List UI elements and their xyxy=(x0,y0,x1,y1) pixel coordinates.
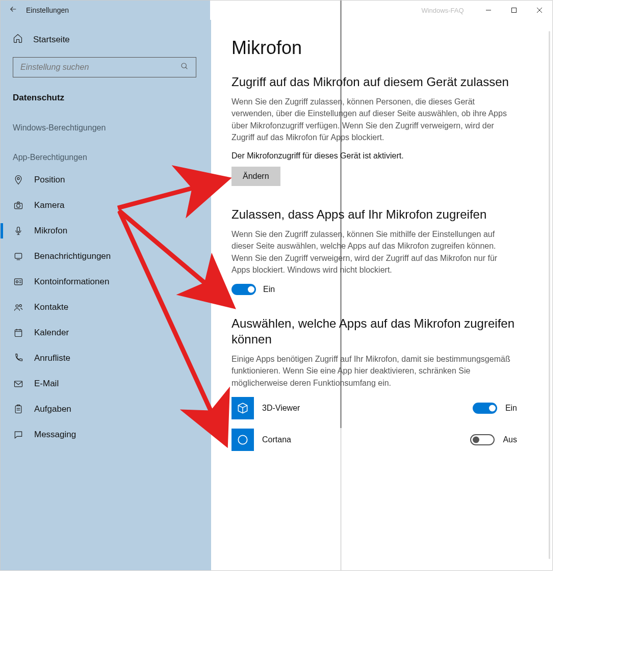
sidebar-nav: Position Kamera Mikrofon Benachrichtigun… xyxy=(1,167,211,447)
microphone-icon xyxy=(13,225,24,236)
sidebar-item-position[interactable]: Position xyxy=(1,167,211,193)
notifications-icon xyxy=(13,251,24,262)
sidebar-item-label: Position xyxy=(34,175,65,185)
contacts-icon xyxy=(13,302,24,313)
sidebar-item-kontakte[interactable]: Kontakte xyxy=(1,295,211,320)
svg-point-8 xyxy=(17,204,20,208)
svg-point-14 xyxy=(19,305,21,307)
maximize-button[interactable] xyxy=(501,1,527,20)
sidebar-group-windows-permissions: Windows-Berechtigungen xyxy=(1,108,211,138)
tasks-icon xyxy=(13,404,24,415)
section3-body: Einige Apps benötigen Zugriff auf Ihr Mi… xyxy=(231,353,517,389)
svg-line-2 xyxy=(537,8,542,13)
sidebar-item-label: Kontakte xyxy=(34,302,68,312)
sidebar-home-label: Startseite xyxy=(33,35,70,45)
section1-status: Der Mikrofonzugriff für dieses Gerät ist… xyxy=(231,151,533,161)
sidebar-item-kontoinformationen[interactable]: Kontoinformationen xyxy=(1,269,211,295)
sidebar-group-app-permissions: App-Berechtigungen xyxy=(1,138,211,167)
sidebar-item-benachrichtigungen[interactable]: Benachrichtigungen xyxy=(1,244,211,269)
titlebar: Einstellungen Windows-FAQ xyxy=(1,1,552,20)
sidebar-item-anrufliste[interactable]: Anrufliste xyxy=(1,345,211,371)
app-toggle-label: Aus xyxy=(503,435,517,444)
sidebar: Startseite Datenschutz Windows-Berechtig… xyxy=(1,20,211,570)
svg-point-4 xyxy=(182,63,186,68)
app-toggle-cortana[interactable] xyxy=(470,434,495,445)
page-title: Mikrofon xyxy=(231,37,533,59)
sidebar-item-label: Mikrofon xyxy=(34,226,67,236)
call-history-icon xyxy=(13,353,24,364)
search-box[interactable] xyxy=(13,57,196,77)
location-icon xyxy=(13,174,24,185)
sidebar-item-aufgaben[interactable]: Aufgaben xyxy=(1,396,211,422)
sidebar-item-label: Benachrichtigungen xyxy=(34,251,111,261)
app-toggle-label: Ein xyxy=(505,404,517,413)
sidebar-category: Datenschutz xyxy=(1,83,211,108)
svg-point-18 xyxy=(238,435,247,444)
home-icon xyxy=(13,33,23,46)
sidebar-item-label: Kamera xyxy=(34,200,65,210)
allow-apps-toggle[interactable] xyxy=(231,284,256,295)
main-scrollbar[interactable] xyxy=(549,31,550,559)
sidebar-home[interactable]: Startseite xyxy=(1,27,211,52)
sidebar-item-kalender[interactable]: Kalender xyxy=(1,320,211,345)
window-title: Einstellungen xyxy=(26,6,69,14)
section1-body: Wenn Sie den Zugriff zulassen, können Pe… xyxy=(231,96,517,143)
main-content: Mikrofon Zugriff auf das Mikrofon auf di… xyxy=(211,20,552,570)
svg-point-6 xyxy=(17,177,19,179)
section2-title: Zulassen, dass Apps auf Ihr Mikrofon zug… xyxy=(231,206,517,222)
svg-rect-16 xyxy=(15,381,22,387)
sidebar-item-label: Kalender xyxy=(34,328,69,338)
app-icon-3d-viewer xyxy=(231,397,254,419)
app-row-3d-viewer: 3D-Viewer Ein xyxy=(231,397,517,419)
section1-title: Zugriff auf das Mikrofon auf diesem Gerä… xyxy=(231,74,517,90)
app-icon-cortana xyxy=(231,429,254,451)
sidebar-item-email[interactable]: E-Mail xyxy=(1,371,211,396)
svg-point-13 xyxy=(16,305,18,307)
svg-line-5 xyxy=(186,67,187,69)
messaging-icon xyxy=(13,429,24,440)
account-icon xyxy=(13,276,24,287)
svg-rect-9 xyxy=(17,227,20,232)
svg-rect-10 xyxy=(15,253,21,258)
close-button[interactable] xyxy=(527,1,552,20)
app-row-cortana: Cortana Aus xyxy=(231,429,517,451)
svg-line-3 xyxy=(537,8,542,13)
sidebar-item-label: Anrufliste xyxy=(34,353,70,363)
sidebar-item-mikrofon[interactable]: Mikrofon xyxy=(1,218,211,244)
svg-rect-15 xyxy=(15,330,21,336)
app-toggle-3d-viewer[interactable] xyxy=(473,403,497,414)
svg-rect-1 xyxy=(512,8,517,13)
app-name: 3D-Viewer xyxy=(262,404,465,413)
watermark-text: Windows-FAQ xyxy=(409,7,476,14)
sidebar-item-messaging[interactable]: Messaging xyxy=(1,422,211,447)
sidebar-item-label: Aufgaben xyxy=(34,404,71,414)
change-button[interactable]: Ändern xyxy=(231,167,280,186)
svg-rect-17 xyxy=(15,406,21,413)
svg-point-12 xyxy=(16,281,18,283)
back-button[interactable] xyxy=(1,5,26,16)
email-icon xyxy=(13,378,24,389)
sidebar-item-label: E-Mail xyxy=(34,379,59,389)
sidebar-item-label: Messaging xyxy=(34,430,76,440)
search-input[interactable] xyxy=(20,63,181,72)
section2-body: Wenn Sie den Zugriff zulassen, können Si… xyxy=(231,228,517,276)
section3-title: Auswählen, welche Apps auf das Mikrofon … xyxy=(231,315,517,347)
app-name: Cortana xyxy=(262,435,462,444)
camera-icon xyxy=(13,200,24,211)
search-icon xyxy=(181,62,189,72)
sidebar-item-kamera[interactable]: Kamera xyxy=(1,193,211,218)
allow-apps-toggle-label: Ein xyxy=(263,285,275,294)
minimize-button[interactable] xyxy=(476,1,501,20)
sidebar-item-label: Kontoinformationen xyxy=(34,277,109,287)
calendar-icon xyxy=(13,327,24,338)
